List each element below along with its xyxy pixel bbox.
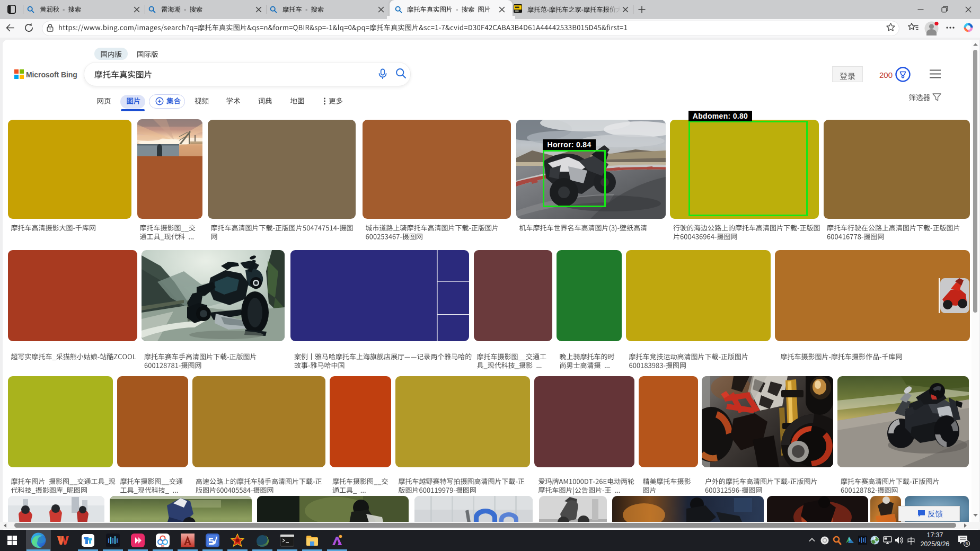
svg-text:5: 5 — [965, 541, 968, 546]
